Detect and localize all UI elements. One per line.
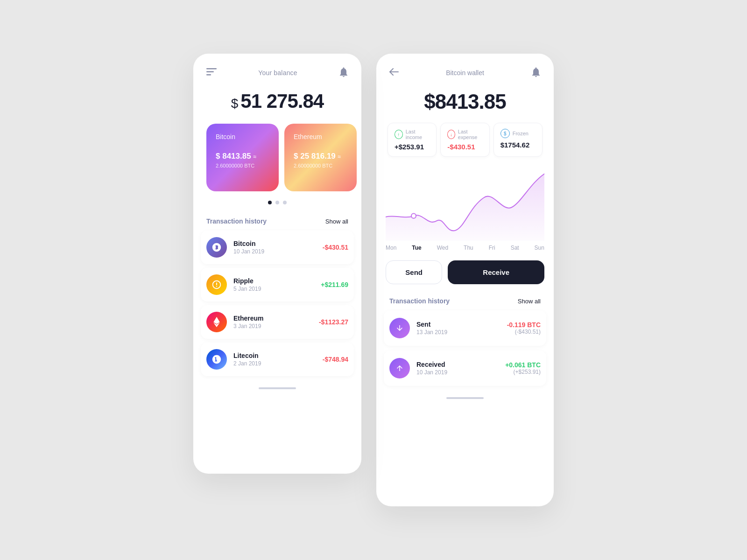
send-button[interactable]: Send: [386, 260, 442, 284]
tx-amount-bitcoin: -$430.51: [323, 244, 348, 251]
stat-income: ↑ Last income +$253.91: [388, 123, 437, 157]
svg-rect-1: [206, 71, 214, 73]
ethereum-card[interactable]: Ethereum $ 25 816.19 ≈ 2.60000000 BTC: [284, 124, 357, 191]
ripple-tx-icon: [206, 274, 227, 295]
ethereum-btc-amount: 2.60000000 BTC: [294, 163, 347, 168]
receive-button[interactable]: Receive: [448, 260, 544, 284]
dot-3[interactable]: [283, 201, 287, 204]
tx-date-litecoin: 2 Jan 2019: [233, 360, 323, 367]
dot-1[interactable]: [268, 201, 272, 204]
right-show-all[interactable]: Show all: [518, 298, 541, 305]
bitcoin-card-amount: $ 8413.85 ≈: [216, 152, 269, 161]
sent-usd-amount: (-$430.51): [507, 329, 541, 335]
frozen-dollar-icon: $: [500, 129, 510, 138]
bitcoin-card-name: Bitcoin: [216, 133, 269, 140]
stat-frozen-label: Frozen: [513, 131, 529, 136]
svg-rect-0: [206, 68, 217, 70]
stat-frozen-label-row: $ Frozen: [500, 129, 536, 138]
svg-point-4: [411, 214, 416, 218]
stat-expense: ↓ Last expense -$430.51: [440, 123, 489, 157]
day-tue[interactable]: Tue: [412, 245, 421, 251]
right-page-title: Bitcoin wallet: [446, 69, 484, 77]
left-show-all[interactable]: Show all: [325, 218, 348, 225]
ethereum-approx: ≈: [338, 154, 341, 160]
tx-amount-litecoin: -$748.94: [323, 356, 348, 363]
carousel-dots: [193, 191, 361, 210]
sent-tx-date: 13 Jan 2019: [416, 329, 507, 336]
ethereum-tx-icon: [206, 312, 227, 332]
tx-name-ethereum: Ethereum: [233, 315, 319, 322]
right-tx-title: Transaction history: [389, 297, 450, 305]
stat-frozen: $ Frozen $1754.62: [493, 123, 543, 157]
right-header: Bitcoin wallet: [376, 54, 554, 86]
right-scroll-indicator: [446, 397, 484, 399]
bitcoin-amount-val: 8413.85: [222, 152, 251, 161]
tx-name-bitcoin: Bitcoin: [233, 240, 323, 247]
left-page-title: Your balance: [258, 69, 297, 77]
stat-income-value: +$253.91: [395, 143, 430, 151]
menu-icon[interactable]: [206, 68, 217, 77]
table-row[interactable]: Sent 13 Jan 2019 -0.119 BTC (-$430.51): [384, 310, 546, 346]
svg-rect-2: [206, 74, 211, 76]
day-fri: Fri: [489, 245, 495, 251]
income-arrow-up-icon: ↑: [395, 130, 403, 139]
left-bell-icon[interactable]: [339, 67, 348, 79]
day-sun: Sun: [535, 245, 544, 251]
sent-tx-name: Sent: [416, 321, 507, 328]
left-dollar-sign: $: [231, 96, 238, 111]
received-btc-amount: +0.061 BTC: [505, 361, 541, 369]
dot-2[interactable]: [275, 201, 279, 204]
left-tx-title: Transaction history: [206, 217, 267, 225]
left-phone: Your balance $51 275.84 Bitcoin $ 8413.8…: [193, 54, 361, 474]
tx-name-ripple: Ripple: [233, 277, 321, 285]
tx-name-litecoin: Litecoin: [233, 352, 323, 359]
table-row[interactable]: Ethereum 3 Jan 2019 -$1123.27: [201, 305, 354, 339]
price-chart: [386, 164, 544, 241]
received-tx-amounts: +0.061 BTC (+$253.91): [505, 361, 541, 375]
day-thu: Thu: [464, 245, 473, 251]
stats-row: ↑ Last income +$253.91 ↓ Last expense -$…: [376, 123, 554, 157]
bitcoin-tx-info: Bitcoin 10 Jan 2019: [233, 240, 323, 255]
wallet-cards: Bitcoin $ 8413.85 ≈ 2.60000000 BTC Ether…: [193, 124, 361, 191]
ethereum-card-amount: $ 25 816.19 ≈: [294, 152, 347, 161]
stat-frozen-value: $1754.62: [500, 141, 536, 149]
right-dollar-sign: $: [424, 90, 435, 113]
litecoin-tx-icon: [206, 349, 227, 370]
bitcoin-dollar: $: [216, 152, 222, 161]
stat-income-label-row: ↑ Last income: [395, 129, 430, 140]
stat-income-label: Last income: [406, 129, 430, 140]
day-mon: Mon: [386, 245, 396, 251]
received-tx-info: Received 10 Jan 2019: [416, 361, 505, 376]
sent-btc-amount: -0.119 BTC: [507, 321, 541, 329]
app-container: Your balance $51 275.84 Bitcoin $ 8413.8…: [165, 26, 582, 534]
day-wed: Wed: [437, 245, 448, 251]
table-row[interactable]: Bitcoin 10 Jan 2019 -$430.51: [201, 231, 354, 264]
right-balance: $8413.85: [376, 86, 554, 123]
left-section-header: Transaction history Show all: [193, 210, 361, 231]
ethereum-card-name: Ethereum: [294, 133, 347, 140]
chart-container: [376, 157, 554, 241]
back-button[interactable]: [389, 68, 399, 77]
bitcoin-btc-amount: 2.60000000 BTC: [216, 163, 269, 168]
stat-expense-label-row: ↓ Last expense: [447, 129, 482, 140]
sent-tx-amounts: -0.119 BTC (-$430.51): [507, 321, 541, 335]
bitcoin-approx: ≈: [253, 154, 256, 160]
received-tx-name: Received: [416, 361, 505, 368]
tx-date-ripple: 5 Jan 2019: [233, 286, 321, 292]
left-balance: $51 275.84: [193, 86, 361, 124]
left-balance-amount: 51 275.84: [240, 90, 324, 112]
table-row[interactable]: Litecoin 2 Jan 2019 -$748.94: [201, 343, 354, 376]
right-bell-icon[interactable]: [531, 67, 541, 79]
left-scroll-indicator: [259, 387, 296, 389]
received-usd-amount: (+$253.91): [505, 369, 541, 375]
ethereum-amount-val: 25 816.19: [300, 152, 336, 161]
right-tx-list: Sent 13 Jan 2019 -0.119 BTC (-$430.51) R…: [376, 310, 554, 386]
sent-tx-info: Sent 13 Jan 2019: [416, 321, 507, 336]
left-header: Your balance: [193, 54, 361, 86]
bitcoin-card[interactable]: Bitcoin $ 8413.85 ≈ 2.60000000 BTC: [206, 124, 279, 191]
ethereum-tx-info: Ethereum 3 Jan 2019: [233, 315, 319, 329]
table-row[interactable]: Received 10 Jan 2019 +0.061 BTC (+$253.9…: [384, 350, 546, 386]
right-balance-amount: 8413.85: [435, 90, 506, 113]
right-section-header: Transaction history Show all: [376, 290, 554, 310]
table-row[interactable]: Ripple 5 Jan 2019 +$211.69: [201, 268, 354, 301]
